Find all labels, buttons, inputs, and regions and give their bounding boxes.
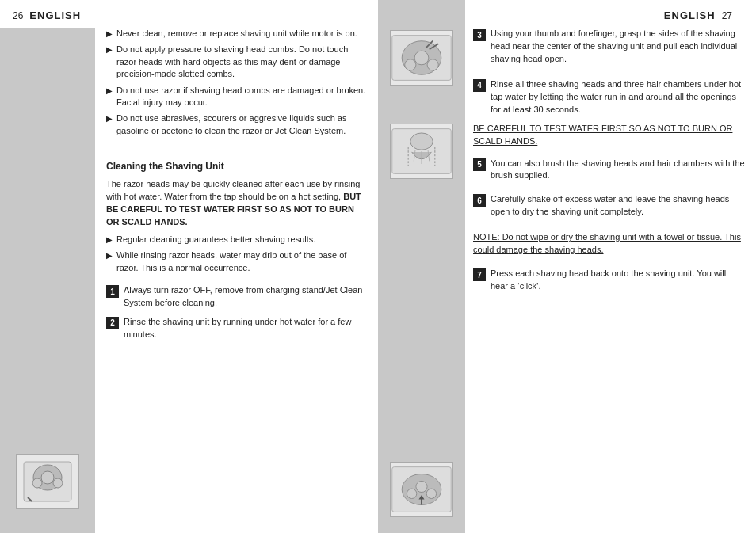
bullet-4: ▶ Do not use abrasives, scourers or aggr…	[106, 112, 367, 137]
bullets-2: ▶ Regular cleaning guarantees better sha…	[106, 234, 367, 278]
left-header: 26 ENGLISH	[0, 0, 378, 28]
diamond-icon-1: ▶	[106, 29, 113, 40]
bullet-3: ▶ Do not use razor if shaving head combs…	[106, 85, 367, 109]
step-7-row: 7 Press each shaving head back onto the …	[473, 268, 745, 293]
section-heading: Cleaning the Shaving Unit	[106, 161, 367, 172]
bullet-text-2: Do not apply pressure to shaving head co…	[116, 44, 367, 80]
page: 26 ENGLISH	[0, 0, 756, 533]
warning-bullets: ▶ Never clean, remove or replace shaving…	[106, 28, 367, 141]
right-page-number: 27	[722, 10, 732, 21]
diamond-icon-6: ▶	[106, 250, 113, 261]
step-text-2: Rinse the shaving unit by running under …	[124, 316, 367, 341]
right-illus-1	[390, 30, 453, 86]
left-page-number: 26	[13, 10, 23, 21]
svg-point-4	[53, 478, 63, 488]
left-text-area: ▶ Never clean, remove or replace shaving…	[95, 28, 378, 533]
bullet-text-3: Do not use razor if shaving head combs a…	[116, 85, 367, 109]
bold-warning: BUT BE CAREFUL TO TEST WATER FIRST SO AS…	[106, 192, 361, 227]
bullet-6: ▶ While rinsing razor heads, water may d…	[106, 249, 367, 274]
step-6-row: 6 Carefully shake off excess water and l…	[473, 193, 745, 219]
step-num-1: 1	[106, 285, 119, 298]
step-num-3: 3	[473, 29, 486, 41]
right-illus-3	[390, 462, 453, 517]
bullet-1: ▶ Never clean, remove or replace shaving…	[106, 28, 367, 40]
svg-point-8	[414, 51, 429, 65]
step-3-row: 3 Using your thumb and forefinger, grasp…	[473, 28, 745, 66]
right-illus-svg-2	[391, 124, 452, 178]
right-middle-col	[378, 0, 465, 533]
bullet-text-1: Never clean, remove or replace shaving u…	[116, 28, 357, 40]
right-illus-svg-1	[391, 31, 452, 85]
diamond-icon-4: ▶	[106, 113, 113, 124]
bullet-text-6: While rinsing razor heads, water may dri…	[116, 249, 367, 274]
step-text-3: Using your thumb and forefinger, grasp t…	[491, 28, 745, 66]
warning-note-1: BE CAREFUL TO TEST WATER FIRST SO AS NOT…	[473, 123, 745, 148]
razor-illustration-svg	[20, 458, 75, 505]
step-num-7: 7	[473, 268, 486, 281]
step-4-row: 4 Rinse all three shaving heads and thre…	[473, 78, 745, 116]
note-1: NOTE: Do not wipe or dry the shaving uni…	[473, 231, 745, 257]
diamond-icon-3: ▶	[106, 86, 113, 97]
bullet-text-5: Regular cleaning guarantees better shavi…	[116, 234, 315, 246]
left-sidebar-bottom	[16, 36, 79, 533]
bullet-text-4: Do not use abrasives, scourers or aggres…	[116, 112, 367, 137]
svg-point-2	[41, 471, 54, 484]
bullet-5: ▶ Regular cleaning guarantees better sha…	[106, 234, 367, 246]
body-text-1: The razor heads may be quickly cleaned a…	[106, 178, 367, 229]
step-text-1: Always turn razor OFF, remove from charg…	[124, 284, 367, 310]
step-text-7: Press each shaving head back onto the sh…	[491, 268, 745, 293]
right-header: ENGLISH 27	[473, 0, 745, 28]
svg-point-22	[416, 481, 427, 492]
right-page: ENGLISH 27 3 Using your thumb and forefi…	[378, 0, 756, 533]
step-1-row: 1 Always turn razor OFF, remove from cha…	[106, 284, 367, 310]
svg-point-3	[32, 478, 42, 488]
diamond-icon-2: ▶	[106, 44, 113, 55]
svg-point-24	[426, 489, 436, 498]
right-text-col: ENGLISH 27 3 Using your thumb and forefi…	[465, 0, 756, 533]
step-num-4: 4	[473, 79, 486, 92]
step-text-6: Carefully shake off excess water and lea…	[491, 193, 745, 219]
section-divider	[106, 154, 367, 154]
step-5-row: 5 You can also brush the shaving heads a…	[473, 158, 745, 183]
svg-point-9	[405, 59, 416, 70]
left-page: 26 ENGLISH	[0, 0, 378, 533]
diamond-icon-5: ▶	[106, 234, 113, 246]
left-lang-label: ENGLISH	[29, 10, 81, 21]
svg-point-23	[407, 489, 416, 498]
left-sidebar	[0, 28, 95, 533]
step-num-2: 2	[106, 317, 119, 329]
right-illus-svg-3	[391, 463, 452, 516]
step-num-5: 5	[473, 158, 486, 171]
step-text-5: You can also brush the shaving heads and…	[491, 158, 745, 183]
step-2-row: 2 Rinse the shaving unit by running unde…	[106, 316, 367, 341]
step-num-6: 6	[473, 194, 486, 207]
right-illus-bottom-area	[390, 185, 453, 533]
svg-point-10	[427, 59, 438, 70]
bullet-2: ▶ Do not apply pressure to shaving head …	[106, 44, 367, 80]
left-content: ▶ Never clean, remove or replace shaving…	[0, 28, 378, 533]
right-illus-2	[390, 124, 453, 179]
step-text-4: Rinse all three shaving heads and three …	[491, 78, 745, 116]
svg-point-14	[410, 133, 433, 150]
right-lang-label: ENGLISH	[664, 10, 716, 21]
left-illustration	[16, 454, 79, 509]
